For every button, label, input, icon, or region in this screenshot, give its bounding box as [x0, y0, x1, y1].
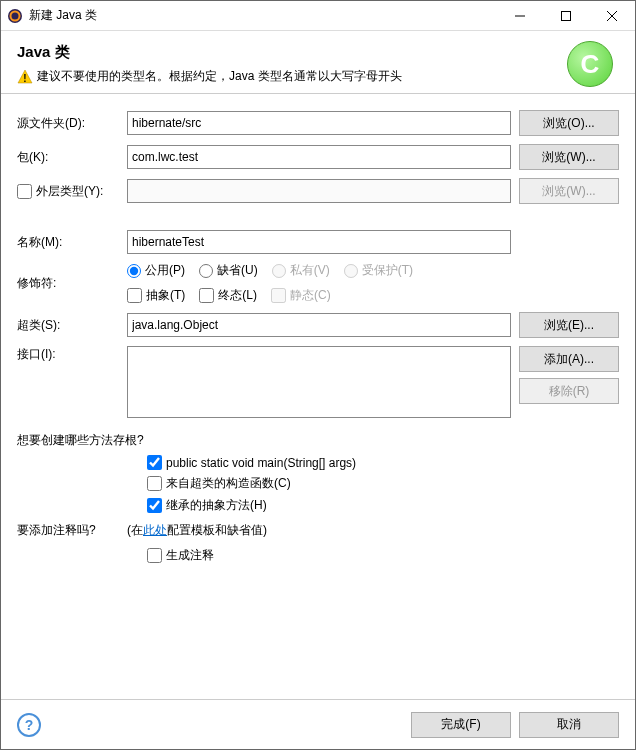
browse-enclosing-button: 浏览(W)... — [519, 178, 619, 204]
configure-templates-link[interactable]: 此处 — [143, 523, 167, 537]
final-checkbox[interactable] — [199, 288, 214, 303]
help-icon[interactable]: ? — [17, 713, 41, 737]
svg-text:!: ! — [23, 73, 26, 84]
default-radio[interactable] — [199, 264, 213, 278]
warning-text: 建议不要使用的类型名。根据约定，Java 类型名通常以大写字母开头 — [37, 68, 402, 85]
package-input[interactable] — [127, 145, 511, 169]
class-badge-icon: C — [567, 41, 613, 87]
window-title: 新建 Java 类 — [29, 7, 497, 24]
remove-interface-button: 移除(R) — [519, 378, 619, 404]
interfaces-label: 接口(I): — [17, 346, 127, 363]
superclass-input[interactable] — [127, 313, 511, 337]
source-folder-input[interactable] — [127, 111, 511, 135]
inherited-abstract-checkbox[interactable] — [147, 498, 162, 513]
warning-message: ! 建议不要使用的类型名。根据约定，Java 类型名通常以大写字母开头 — [17, 68, 567, 85]
static-checkbox — [271, 288, 286, 303]
eclipse-icon — [7, 8, 23, 24]
enclosing-type-input — [127, 179, 511, 203]
close-button[interactable] — [589, 1, 635, 31]
content-area: 源文件夹(D): 浏览(O)... 包(K): 浏览(W)... 外层类型(Y)… — [1, 94, 635, 699]
superclass-label: 超类(S): — [17, 317, 127, 334]
footer: ? 完成(F) 取消 — [1, 699, 635, 749]
dialog-window: 新建 Java 类 Java 类 ! 建议不要使用的类型名。根据约定，Java … — [0, 0, 636, 750]
enclosing-type-checkbox[interactable] — [17, 184, 32, 199]
protected-radio — [344, 264, 358, 278]
public-radio[interactable] — [127, 264, 141, 278]
browse-superclass-button[interactable]: 浏览(E)... — [519, 312, 619, 338]
svg-rect-3 — [562, 11, 571, 20]
header-title: Java 类 — [17, 43, 567, 62]
name-input[interactable] — [127, 230, 511, 254]
super-constructor-checkbox[interactable] — [147, 476, 162, 491]
cancel-button[interactable]: 取消 — [519, 712, 619, 738]
maximize-button[interactable] — [543, 1, 589, 31]
modifiers-label: 修饰符: — [17, 275, 127, 292]
interfaces-list[interactable] — [127, 346, 511, 418]
stubs-question: 想要创建哪些方法存根? — [17, 432, 619, 449]
minimize-button[interactable] — [497, 1, 543, 31]
finish-button[interactable]: 完成(F) — [411, 712, 511, 738]
enclosing-type-label: 外层类型(Y): — [36, 183, 103, 200]
add-interface-button[interactable]: 添加(A)... — [519, 346, 619, 372]
titlebar: 新建 Java 类 — [1, 1, 635, 31]
comments-question: 要添加注释吗? — [17, 522, 127, 539]
name-label: 名称(M): — [17, 234, 127, 251]
abstract-checkbox[interactable] — [127, 288, 142, 303]
browse-source-button[interactable]: 浏览(O)... — [519, 110, 619, 136]
main-method-checkbox[interactable] — [147, 455, 162, 470]
generate-comments-checkbox[interactable] — [147, 548, 162, 563]
header-area: Java 类 ! 建议不要使用的类型名。根据约定，Java 类型名通常以大写字母… — [1, 31, 635, 94]
source-folder-label: 源文件夹(D): — [17, 115, 127, 132]
browse-package-button[interactable]: 浏览(W)... — [519, 144, 619, 170]
warning-icon: ! — [17, 69, 33, 85]
package-label: 包(K): — [17, 149, 127, 166]
private-radio — [272, 264, 286, 278]
